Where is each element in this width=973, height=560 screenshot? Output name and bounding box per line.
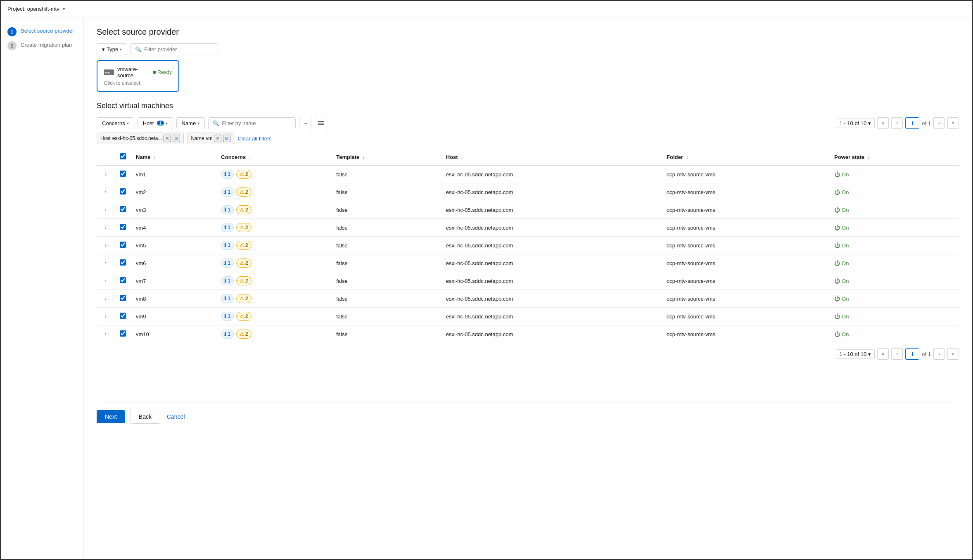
last-page-button-bottom[interactable]: » [947,348,959,360]
checkbox-cell[interactable] [115,183,131,201]
row-expand-button[interactable]: › [102,259,110,267]
type-filter-label: Type [107,46,118,52]
name-col-header[interactable]: Name ↑ [131,149,216,165]
template-sort-icon: ↕ [363,155,365,160]
host-chevron-icon: ▾ [166,121,168,126]
first-page-button[interactable]: « [877,117,889,129]
checkbox-cell[interactable] [115,308,131,325]
template-cell: false [331,237,441,254]
warn-badge: ⚠ 2 [236,330,252,339]
warn-badge: ⚠ 2 [236,276,252,285]
checkbox-cell[interactable] [115,254,131,272]
expand-cell: › [97,272,115,290]
project-selector[interactable]: Project: openshift-mtv ▼ [7,6,66,12]
warn-icon: ⚠ [240,171,244,177]
last-page-button[interactable]: » [947,117,959,129]
search-submit-button[interactable]: → [299,117,311,129]
provider-card-vmware[interactable]: vm vmware-source Ready Click to unselect [97,60,179,92]
page-number-input[interactable] [905,117,919,129]
info-badge: ℹ 1 [221,294,234,303]
checkbox-cell[interactable] [115,290,131,308]
main-content-area: Select source provider ▾ Type ▾ 🔍 [83,17,972,559]
host-cell: esxi-hc-05.sddc.netapp.com [441,183,662,201]
name-tag-clear-button[interactable]: ⊙ [223,135,230,142]
concerns-filter-button[interactable]: Concerns ▾ [97,117,134,129]
row-expand-button[interactable]: › [102,241,110,249]
next-page-button-bottom[interactable]: › [933,348,945,360]
row-expand-button[interactable]: › [102,330,110,338]
row-checkbox[interactable] [120,259,126,266]
prev-page-button[interactable]: ‹ [891,117,903,129]
type-filter-button[interactable]: ▾ Type ▾ [97,43,127,55]
prev-page-button-bottom[interactable]: ‹ [891,348,903,360]
clear-all-filters-button[interactable]: Clear all filters [237,135,271,142]
cancel-button[interactable]: Cancel [165,410,187,423]
sidebar-item-step1[interactable]: 1 Select source provider [7,27,76,36]
next-button[interactable]: Next [97,410,125,423]
per-page-range-bottom: 1 - 10 of 10 [840,351,867,357]
host-tag-clear-button[interactable]: ⊙ [173,135,180,142]
host-tag-key: Host [100,135,111,141]
row-checkbox[interactable] [120,330,126,337]
host-tag-remove-button[interactable]: ✕ [164,135,171,142]
name-tag-remove-button[interactable]: ✕ [214,135,221,142]
row-expand-button[interactable]: › [102,277,110,285]
per-page-selector-bottom[interactable]: 1 - 10 of 10 ▾ [836,349,875,359]
page-number-input-bottom[interactable] [905,348,919,360]
power-state-label: On [842,207,849,213]
vm-search-box[interactable]: 🔍 [208,117,296,129]
vm-table-wrapper: Name ↑ Concerns ↕ Template ↕ [97,149,959,343]
host-filter-button[interactable]: Host 1 ▾ [138,117,173,129]
provider-search-box[interactable]: 🔍 [131,43,218,55]
row-checkbox[interactable] [120,242,126,248]
row-checkbox[interactable] [120,277,126,283]
type-chevron-icon: ▾ [120,47,122,52]
unselect-link[interactable]: Click to unselect [104,80,172,86]
host-col-header[interactable]: Host ↕ [441,149,662,165]
host-cell: esxi-hc-05.sddc.netapp.com [441,201,662,219]
checkbox-cell[interactable] [115,325,131,343]
select-all-checkbox[interactable] [120,153,126,159]
folder-col-header[interactable]: Folder ↕ [662,149,829,165]
row-expand-button[interactable]: › [102,312,110,320]
template-cell: false [331,325,441,343]
power-col-header[interactable]: Power state ↕ [829,149,959,165]
row-checkbox[interactable] [120,188,126,195]
column-settings-button[interactable] [315,117,327,129]
warn-icon: ⚠ [240,189,244,195]
back-button[interactable]: Back [130,410,160,424]
checkbox-cell[interactable] [115,165,131,183]
table-row: › vm5 ℹ 1 ⚠ 2 false esxi-hc- [97,237,959,254]
checkbox-col-header[interactable] [115,149,131,165]
provider-search-input[interactable] [144,46,214,52]
power-state-label: On [842,296,849,302]
warn-icon: ⚠ [240,225,244,230]
row-checkbox[interactable] [120,171,126,177]
row-expand-button[interactable]: › [102,294,110,303]
checkbox-cell[interactable] [115,272,131,290]
first-page-button-bottom[interactable]: « [877,348,889,360]
vm-search-input[interactable] [222,120,291,126]
row-expand-button[interactable]: › [102,206,110,214]
row-checkbox[interactable] [120,295,126,301]
sidebar-item-step2[interactable]: 2 Create migration plan [7,41,76,50]
row-expand-button[interactable]: › [102,223,110,232]
row-checkbox[interactable] [120,313,126,319]
row-checkbox[interactable] [120,224,126,230]
checkbox-cell[interactable] [115,219,131,237]
folder-cell: ocp-mtv-source-vms [662,272,829,290]
checkbox-cell[interactable] [115,201,131,219]
svg-rect-3 [318,123,324,123]
name-filter-button[interactable]: Name ▾ [176,117,205,129]
row-checkbox[interactable] [120,206,126,212]
concerns-col-header[interactable]: Concerns ↕ [216,149,331,165]
template-col-header[interactable]: Template ↕ [331,149,441,165]
power-on-icon: ⏻ [834,295,840,302]
checkbox-cell[interactable] [115,237,131,254]
row-expand-button[interactable]: › [102,170,110,178]
name-filter-label: Name [182,120,196,126]
per-page-selector[interactable]: 1 - 10 of 10 ▾ [836,119,875,128]
host-cell: esxi-hc-05.sddc.netapp.com [441,254,662,272]
next-page-button[interactable]: › [933,117,945,129]
row-expand-button[interactable]: › [102,188,110,196]
